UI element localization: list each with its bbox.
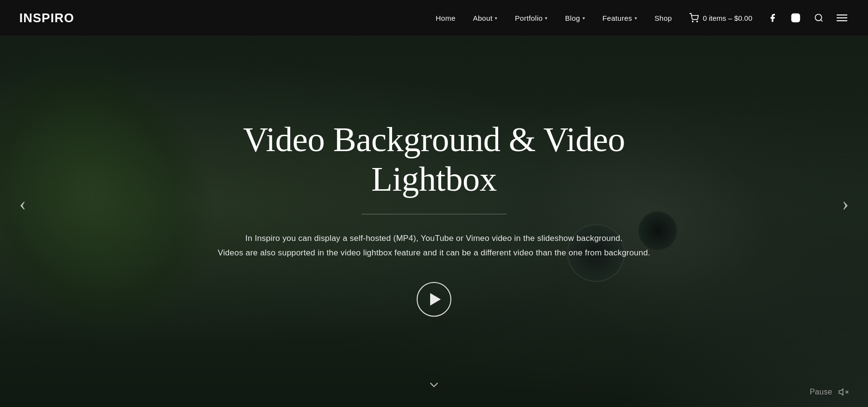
nav-portfolio[interactable]: Portfolio ▾ bbox=[506, 0, 556, 36]
nav-blog[interactable]: Blog ▾ bbox=[556, 0, 594, 36]
scroll-down-button[interactable] bbox=[427, 378, 441, 395]
volume-off-icon bbox=[838, 387, 849, 397]
svg-line-5 bbox=[821, 20, 823, 22]
instagram-icon[interactable] bbox=[789, 11, 802, 25]
svg-point-1 bbox=[697, 21, 698, 22]
pause-button[interactable]: Pause bbox=[810, 388, 832, 396]
menu-bar-2 bbox=[837, 17, 847, 18]
search-icon[interactable] bbox=[812, 11, 826, 25]
mute-button[interactable] bbox=[838, 387, 849, 397]
hero-title: Video Background & Video Lightbox bbox=[217, 119, 651, 199]
nav-home[interactable]: Home bbox=[427, 0, 464, 36]
cart-icon bbox=[689, 13, 699, 23]
menu-bars bbox=[837, 14, 847, 21]
nav-features[interactable]: Features ▾ bbox=[594, 0, 646, 36]
hero-divider bbox=[362, 214, 506, 214]
blog-chevron-icon: ▾ bbox=[583, 15, 585, 21]
menu-bar-1 bbox=[837, 14, 847, 15]
play-icon bbox=[430, 293, 441, 306]
svg-point-0 bbox=[692, 21, 693, 22]
site-logo[interactable]: INSPIRO bbox=[19, 11, 74, 26]
main-nav: Home About ▾ Portfolio ▾ Blog ▾ Features… bbox=[427, 0, 849, 36]
nav-about[interactable]: About ▾ bbox=[464, 0, 506, 36]
svg-marker-6 bbox=[839, 389, 843, 395]
video-controls: Pause bbox=[810, 387, 849, 397]
cart-label: 0 items – $0.00 bbox=[703, 14, 752, 22]
play-video-button[interactable] bbox=[417, 282, 451, 317]
nav-shop[interactable]: Shop bbox=[646, 0, 680, 36]
facebook-icon[interactable] bbox=[766, 11, 779, 25]
hero-content: Video Background & Video Lightbox In Ins… bbox=[217, 119, 651, 316]
slide-prev-button[interactable]: ‹ bbox=[10, 182, 36, 225]
portfolio-chevron-icon: ▾ bbox=[545, 15, 547, 21]
menu-bar-3 bbox=[837, 20, 847, 21]
svg-point-4 bbox=[815, 14, 822, 21]
social-icons bbox=[766, 11, 849, 25]
cart-button[interactable]: 0 items – $0.00 bbox=[680, 13, 761, 23]
slide-next-button[interactable]: › bbox=[832, 182, 858, 225]
hero-description: In Inspiro you can display a self-hosted… bbox=[217, 231, 651, 260]
site-header: INSPIRO Home About ▾ Portfolio ▾ Blog ▾ … bbox=[0, 0, 868, 36]
chevron-down-icon bbox=[427, 378, 441, 392]
about-chevron-icon: ▾ bbox=[495, 15, 497, 21]
hamburger-menu-icon[interactable] bbox=[835, 11, 849, 25]
features-chevron-icon: ▾ bbox=[635, 15, 637, 21]
